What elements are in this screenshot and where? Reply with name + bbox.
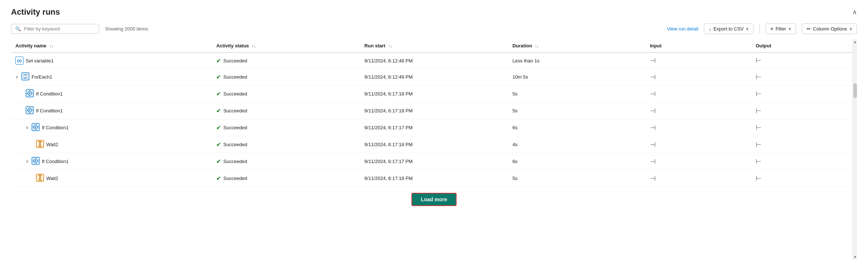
duration-cell: 5s	[508, 170, 646, 187]
succeeded-check-icon: ✔	[216, 90, 221, 97]
output-cell: ⊢	[751, 153, 857, 170]
activity-status-cell: ✔ Succeeded	[212, 153, 360, 170]
sort-run-start-icon[interactable]: ↑↓	[388, 44, 392, 48]
run-start-text: 9/11/2024, 6:17:18 PM	[364, 142, 413, 147]
header-row: Activity runs ∧	[11, 7, 857, 17]
export-chevron-icon: ∨	[746, 26, 749, 31]
load-more-cell: Load more	[11, 187, 857, 212]
duration-text: 6s	[512, 125, 517, 130]
view-run-detail-link[interactable]: View run detail	[667, 26, 698, 32]
output-cell: ⊢	[751, 136, 857, 153]
input-icon[interactable]: ⊣	[650, 175, 656, 182]
collapse-row-icon[interactable]: ∨	[26, 125, 29, 130]
input-cell: ⊣	[646, 170, 751, 187]
input-icon[interactable]: ⊣	[650, 158, 656, 165]
status-text: Succeeded	[223, 108, 247, 113]
output-cell: ⊢	[751, 119, 857, 136]
activity-status-cell: ✔ Succeeded	[212, 136, 360, 153]
activity-runs-table: Activity name ↑↓ Activity status ↑↓ Run …	[11, 39, 857, 212]
input-icon[interactable]: ⊣	[650, 107, 656, 115]
output-icon[interactable]: ⊢	[756, 107, 762, 115]
duration-cell: Less than 1s	[508, 53, 646, 69]
table-container: Activity name ↑↓ Activity status ↑↓ Run …	[11, 39, 857, 260]
collapse-row-icon[interactable]: ∨	[26, 159, 29, 164]
activity-status-cell: ✔ Succeeded	[212, 86, 360, 102]
export-csv-button[interactable]: ↓ Export to CSV ∨	[704, 24, 753, 34]
activity-name-cell: IF If Condition1	[11, 102, 212, 119]
collapse-row-icon[interactable]: ∨	[15, 75, 18, 79]
input-icon[interactable]: ⊣	[650, 90, 656, 98]
col-activity-status[interactable]: Activity status ↑↓	[212, 39, 360, 53]
svg-text:IF: IF	[29, 92, 31, 95]
output-icon[interactable]: ⊢	[756, 175, 762, 182]
run-start-cell: 9/11/2024, 6:17:17 PM	[360, 153, 508, 170]
succeeded-check-icon: ✔	[216, 57, 221, 64]
column-options-button[interactable]: ✏ Column Options ∨	[802, 24, 857, 34]
run-start-cell: 9/11/2024, 6:12:49 PM	[360, 69, 508, 86]
toolbar-left: 🔍 Showing 2000 items	[11, 24, 148, 34]
page-title: Activity runs	[11, 7, 60, 17]
collapse-panel-icon[interactable]: ∧	[852, 8, 857, 16]
table-row: ∨ IF If Condition1 ✔ Succeeded 9/11/2024…	[11, 119, 857, 136]
output-icon[interactable]: ⊢	[756, 124, 762, 131]
scroll-up-button[interactable]: ▲	[853, 39, 857, 44]
filter-button[interactable]: ≡ Filter ∨	[766, 24, 796, 34]
status-text: Succeeded	[223, 159, 247, 164]
status-badge: ✔ Succeeded	[216, 90, 355, 97]
input-icon[interactable]: ⊣	[650, 124, 656, 131]
activity-name-text: Set variable1	[26, 58, 54, 64]
activity-name-cell: Wait2	[11, 136, 212, 153]
activity-status-cell: ✔ Succeeded	[212, 69, 360, 86]
col-run-start[interactable]: Run start ↑↓	[360, 39, 508, 53]
col-duration[interactable]: Duration ↑↓	[508, 39, 646, 53]
duration-text: 6s	[512, 159, 517, 164]
activity-name-text: If Condition1	[36, 108, 63, 113]
load-more-button[interactable]: Load more	[411, 193, 457, 206]
status-badge: ✔ Succeeded	[216, 73, 355, 80]
sort-activity-status-icon[interactable]: ↑↓	[252, 44, 256, 48]
output-icon[interactable]: ⊢	[756, 73, 762, 81]
activity-name-text: If Condition1	[42, 125, 69, 130]
output-icon[interactable]: ⊢	[756, 141, 762, 148]
duration-cell: 5s	[508, 102, 646, 119]
activity-icon	[21, 72, 29, 82]
output-cell: ⊢	[751, 102, 857, 119]
status-badge: ✔ Succeeded	[216, 57, 355, 64]
toolbar: 🔍 Showing 2000 items View run detail ↓ E…	[11, 24, 857, 34]
sort-activity-name-icon[interactable]: ↑↓	[49, 44, 53, 48]
scrollbar-thumb[interactable]	[853, 83, 857, 98]
status-text: Succeeded	[223, 91, 247, 97]
filter-chevron-icon: ∨	[788, 26, 791, 31]
status-text: Succeeded	[223, 125, 247, 130]
scrollbar-track: ▲ ▼	[853, 39, 857, 260]
output-cell: ⊢	[751, 170, 857, 187]
duration-text: 5s	[512, 176, 517, 181]
status-badge: ✔ Succeeded	[216, 141, 355, 148]
output-icon[interactable]: ⊢	[756, 158, 762, 165]
input-cell: ⊣	[646, 102, 751, 119]
activity-icon: (x)	[15, 57, 23, 65]
item-count: Showing 2000 items	[105, 26, 148, 32]
output-icon[interactable]: ⊢	[756, 57, 762, 64]
activity-icon: IF	[32, 123, 40, 132]
status-text: Succeeded	[223, 74, 247, 80]
input-icon[interactable]: ⊣	[650, 57, 656, 64]
scroll-down-button[interactable]: ▼	[853, 255, 857, 260]
sort-duration-icon[interactable]: ↑↓	[535, 44, 539, 48]
filter-icon: ≡	[770, 26, 773, 32]
output-icon[interactable]: ⊢	[756, 90, 762, 98]
run-start-text: 9/11/2024, 6:17:17 PM	[364, 125, 413, 130]
succeeded-check-icon: ✔	[216, 73, 221, 80]
succeeded-check-icon: ✔	[216, 141, 221, 148]
col-activity-name[interactable]: Activity name ↑↓	[11, 39, 212, 53]
run-start-text: 9/11/2024, 6:17:18 PM	[364, 91, 413, 97]
search-input[interactable]	[24, 26, 95, 32]
duration-cell: 5s	[508, 86, 646, 102]
activity-icon: IF	[32, 157, 40, 166]
run-start-text: 9/11/2024, 6:12:48 PM	[364, 58, 413, 64]
search-box[interactable]: 🔍	[11, 24, 99, 34]
input-icon[interactable]: ⊣	[650, 141, 656, 148]
table-row: IF If Condition1 ✔ Succeeded 9/11/2024, …	[11, 102, 857, 119]
load-more-row: Load more	[11, 187, 857, 212]
input-icon[interactable]: ⊣	[650, 73, 656, 81]
